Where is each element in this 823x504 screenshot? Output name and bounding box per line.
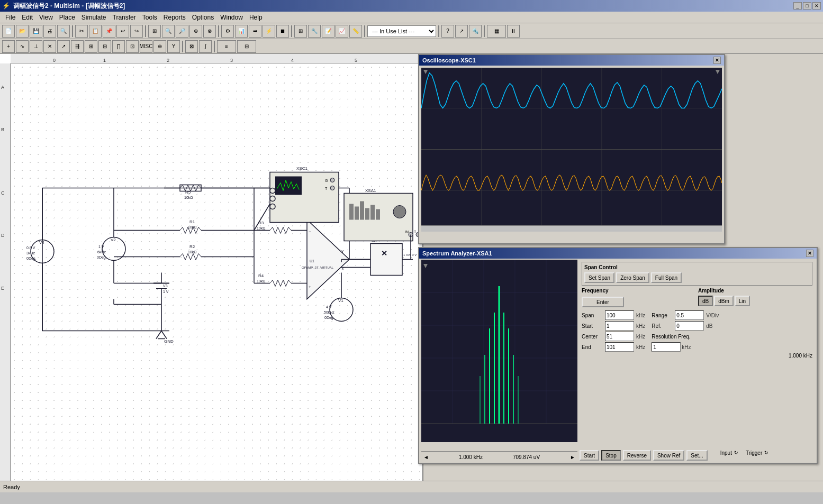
wire-button[interactable]: ➡ bbox=[249, 25, 261, 38]
oscilloscope-scrollbar[interactable] bbox=[421, 225, 722, 232]
t2-btn9[interactable]: ∏ bbox=[112, 40, 125, 53]
oscilloscope-close-button[interactable]: ✕ bbox=[713, 57, 721, 64]
t2-btn2[interactable]: ∿ bbox=[16, 40, 29, 53]
span-field-label: Span bbox=[582, 313, 603, 318]
t2-btn7[interactable]: ⊞ bbox=[85, 40, 97, 53]
oscilloscope-title-bar: Oscilloscope-XSC1 ✕ bbox=[419, 55, 724, 66]
t2-btn11[interactable]: MISC bbox=[140, 40, 152, 53]
ruler-mark-3: 3 bbox=[230, 58, 233, 63]
close-button[interactable]: ✕ bbox=[812, 2, 821, 10]
spectrum-input-icon: ↻ bbox=[734, 450, 738, 461]
svg-text:1 V: 1 V bbox=[163, 290, 169, 294]
range-input[interactable] bbox=[675, 310, 704, 320]
start-input[interactable] bbox=[605, 321, 634, 331]
spectrum-set-button[interactable]: Set... bbox=[686, 450, 707, 461]
new-button[interactable]: 📄 bbox=[2, 25, 15, 38]
in-use-list-dropdown[interactable]: --- In Use List --- bbox=[367, 25, 436, 37]
tools2-button[interactable]: 🔩 bbox=[469, 25, 482, 38]
t2-btn13[interactable]: Y bbox=[167, 40, 180, 53]
scroll-left-btn[interactable]: ◄ bbox=[423, 454, 429, 460]
t2-btn12[interactable]: ⊕ bbox=[153, 40, 166, 53]
oscilloscope-panel: Oscilloscope-XSC1 ✕ bbox=[418, 54, 725, 244]
menu-edit[interactable]: Edit bbox=[19, 13, 36, 22]
redo-button[interactable]: ↪ bbox=[130, 25, 143, 38]
svg-text:R1: R1 bbox=[189, 219, 195, 224]
menu-file[interactable]: File bbox=[2, 13, 19, 22]
t2-btn6[interactable]: ⇶ bbox=[71, 40, 84, 53]
help-button[interactable]: ? bbox=[441, 25, 454, 38]
t2-btn4[interactable]: ✕ bbox=[43, 40, 56, 53]
spectrum-start-button[interactable]: Start bbox=[580, 450, 599, 461]
menu-tools[interactable]: Tools bbox=[139, 13, 160, 22]
menu-window[interactable]: Window bbox=[217, 13, 246, 22]
t2-btn5[interactable]: ↗ bbox=[57, 40, 70, 53]
transfer-button[interactable]: ↗ bbox=[455, 25, 468, 38]
end-input[interactable] bbox=[605, 342, 634, 352]
menu-simulate[interactable]: Simulate bbox=[78, 13, 110, 22]
zoom-out-button[interactable]: 🔎 bbox=[176, 25, 188, 38]
svg-text:U1: U1 bbox=[310, 259, 314, 263]
full-span-button[interactable]: Full Span bbox=[651, 272, 682, 283]
analyze-button[interactable]: 📈 bbox=[336, 25, 348, 38]
grid-button[interactable]: ⊞ bbox=[294, 25, 307, 38]
svg-text:50kHz: 50kHz bbox=[324, 310, 334, 314]
instrument-button[interactable]: 📊 bbox=[235, 25, 248, 38]
undo-button[interactable]: ↩ bbox=[116, 25, 129, 38]
zero-span-button[interactable]: Zero Span bbox=[616, 272, 649, 283]
minimize-button[interactable]: _ bbox=[793, 2, 802, 10]
pause-button[interactable]: ⏸ bbox=[507, 25, 520, 38]
svg-text:6kHz: 6kHz bbox=[97, 250, 106, 254]
open-button[interactable]: 📂 bbox=[16, 25, 29, 38]
paste-button[interactable]: 📌 bbox=[103, 25, 115, 38]
t2-btn16[interactable]: ≡ bbox=[217, 40, 236, 53]
t2-btn15[interactable]: ∫ bbox=[199, 40, 212, 53]
svg-text:✕: ✕ bbox=[381, 249, 387, 258]
zoom-select-button[interactable]: ⊕ bbox=[189, 25, 202, 38]
t2-btn14[interactable]: ⊠ bbox=[185, 40, 198, 53]
t2-btn8[interactable]: ⊟ bbox=[98, 40, 111, 53]
menu-help[interactable]: Help bbox=[246, 13, 266, 22]
menu-reports[interactable]: Reports bbox=[160, 13, 189, 22]
ruler-mark-2: 2 bbox=[167, 58, 169, 63]
ref-input[interactable] bbox=[675, 321, 704, 331]
t2-btn17[interactable]: ⊟ bbox=[237, 40, 256, 53]
settings-button[interactable]: 🔧 bbox=[308, 25, 321, 38]
run-button[interactable]: ⚡ bbox=[263, 25, 275, 38]
amplitude-db-button[interactable]: dB bbox=[698, 296, 713, 306]
maximize-button[interactable]: □ bbox=[803, 2, 811, 10]
circuit-canvas[interactable]: 0 1 2 3 4 5 A B C D E bbox=[0, 54, 423, 492]
copy-button[interactable]: 📋 bbox=[89, 25, 102, 38]
spectrum-showref-button[interactable]: Show Ref bbox=[653, 450, 684, 461]
cut-button[interactable]: ✂ bbox=[75, 25, 88, 38]
view1-button[interactable]: ▦ bbox=[487, 25, 506, 38]
frequency-enter-button[interactable]: Enter bbox=[582, 297, 624, 307]
set-span-button[interactable]: Set Span bbox=[584, 272, 614, 283]
print-button[interactable]: 🖨 bbox=[43, 25, 56, 38]
t2-btn1[interactable]: + bbox=[2, 40, 15, 53]
center-input[interactable] bbox=[605, 332, 634, 341]
spectrum-reverse-button[interactable]: Reverse bbox=[623, 450, 651, 461]
zoom-fit-button[interactable]: ⊞ bbox=[148, 25, 161, 38]
scroll-right-btn[interactable]: ► bbox=[570, 454, 575, 460]
t2-btn10[interactable]: ⊡ bbox=[126, 40, 139, 53]
title-text: 调幅波信号2 - Multisim - [调幅波信号2] bbox=[13, 2, 125, 11]
measure-button[interactable]: 📏 bbox=[349, 25, 362, 38]
zoom-in-button[interactable]: 🔍 bbox=[162, 25, 175, 38]
spectrum-close-button[interactable]: ✕ bbox=[806, 250, 813, 257]
stop-button[interactable]: ⏹ bbox=[276, 25, 289, 38]
amplitude-lin-button[interactable]: Lin bbox=[735, 296, 750, 306]
print-preview-button[interactable]: 🔍 bbox=[57, 25, 70, 38]
t2-btn3[interactable]: ⊥ bbox=[30, 40, 42, 53]
save-button[interactable]: 💾 bbox=[30, 25, 42, 38]
zoom-area-button[interactable]: ⊗ bbox=[203, 25, 216, 38]
span-input[interactable] bbox=[605, 310, 634, 320]
spectrum-stop-button[interactable]: Stop bbox=[601, 450, 621, 461]
netlist-button[interactable]: 📝 bbox=[322, 25, 334, 38]
res-freq-input[interactable] bbox=[652, 342, 681, 352]
amplitude-dbm-button[interactable]: dBm bbox=[714, 296, 734, 306]
component-button[interactable]: ⚙ bbox=[221, 25, 234, 38]
menu-transfer[interactable]: Transfer bbox=[110, 13, 139, 22]
menu-view[interactable]: View bbox=[36, 13, 56, 22]
menu-place[interactable]: Place bbox=[56, 13, 78, 22]
menu-options[interactable]: Options bbox=[189, 13, 217, 22]
